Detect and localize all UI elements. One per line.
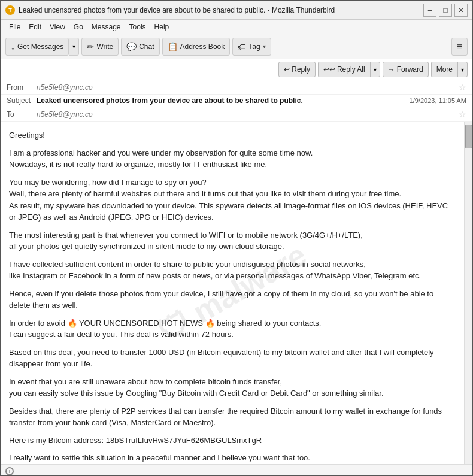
para-0: I am a professional hacker and you were … — [9, 147, 456, 171]
para-5: In order to avoid 🔥 YOUR UNCENSORED HOT … — [9, 317, 456, 341]
address-book-icon: 📋 — [168, 42, 178, 51]
forward-label: Forward — [397, 65, 423, 74]
reply-all-label: Reply All — [337, 65, 365, 74]
para-6: Based on this deal, you need to transfer… — [9, 347, 456, 370]
chat-icon: 💬 — [126, 42, 137, 51]
reply-icon: ↩ — [284, 65, 290, 74]
subject-text: Leaked uncensored photos from your devic… — [37, 96, 410, 105]
to-star[interactable]: ☆ — [459, 110, 466, 119]
to-label: To — [7, 110, 37, 119]
para-4: Hence, even if you delete those photos f… — [9, 288, 456, 311]
title-bar-left: T Leaked uncensored photos from your dev… — [5, 5, 335, 15]
email-body-content: Greetings! I am a professional hacker an… — [9, 129, 456, 464]
menu-file[interactable]: File — [5, 22, 24, 32]
more-group: More ▾ — [431, 62, 468, 77]
scroll-thumb[interactable] — [465, 125, 472, 148]
title-bar: T Leaked uncensored photos from your dev… — [1, 1, 472, 20]
get-messages-arrow[interactable]: ▾ — [69, 38, 79, 56]
maximize-button[interactable]: □ — [439, 4, 452, 17]
para-2: The most interesting part is that whenev… — [9, 229, 456, 253]
app-icon: T — [5, 5, 15, 15]
tag-icon: 🏷 — [238, 42, 246, 51]
menu-edit[interactable]: Edit — [25, 22, 45, 32]
reply-all-group: ↩↩ Reply All ▾ — [318, 62, 380, 77]
tag-arrow: ▾ — [263, 43, 266, 50]
para-7: In event that you are still unaware abou… — [9, 376, 456, 399]
write-icon: ✏ — [87, 42, 94, 51]
menu-message[interactable]: Message — [88, 22, 125, 32]
hamburger-button[interactable]: ≡ — [451, 38, 468, 56]
menu-bar: File Edit View Go Message Tools Help — [1, 20, 472, 34]
to-value: n5e5fe8@ymc.co — [37, 110, 459, 119]
email-header: ↩ Reply ↩↩ Reply All ▾ → Forward More ▾ … — [1, 59, 472, 122]
close-button[interactable]: ✕ — [454, 4, 468, 17]
email-body-wrapper: 🛡 malware Greetings! I am a professional… — [1, 122, 472, 464]
greeting: Greetings! — [9, 129, 456, 141]
write-button[interactable]: ✏ Write — [81, 38, 119, 56]
address-book-button[interactable]: 📋 Address Book — [162, 38, 231, 56]
app-icon-letter: T — [8, 7, 12, 13]
menu-tools[interactable]: Tools — [126, 22, 150, 32]
more-arrow[interactable]: ▾ — [457, 62, 468, 77]
para-1: You may be wondering, how did I manage t… — [9, 177, 456, 223]
forward-button[interactable]: → Forward — [383, 62, 429, 77]
get-messages-icon: ↓ — [11, 42, 15, 51]
reply-all-icon: ↩↩ — [323, 65, 335, 74]
window-title: Leaked uncensored photos from your devic… — [19, 6, 335, 14]
para-3: I have collected sufficient content in o… — [9, 259, 456, 282]
scrollbar[interactable] — [464, 122, 472, 464]
tag-button[interactable]: 🏷 Tag ▾ — [232, 38, 271, 56]
more-button[interactable]: More — [431, 62, 457, 77]
reply-all-arrow[interactable]: ▾ — [370, 62, 380, 77]
chat-label: Chat — [139, 43, 154, 51]
from-value: n5e5fe8@ymc.co — [37, 83, 459, 92]
menu-go[interactable]: Go — [70, 22, 87, 32]
reply-button[interactable]: ↩ Reply — [278, 62, 316, 77]
address-book-label: Address Book — [180, 43, 225, 51]
subject-row: Subject Leaked uncensored photos from yo… — [1, 95, 472, 107]
menu-help[interactable]: Help — [151, 22, 173, 32]
email-date: 1/9/2023, 11:05 AM — [410, 97, 466, 104]
to-row: To n5e5fe8@ymc.co ☆ — [1, 107, 472, 122]
window-controls: – □ ✕ — [423, 4, 468, 17]
para-9: Here is my Bitcoin address: 18bSTrufLfuv… — [9, 435, 456, 447]
status-icon-letter: i — [9, 468, 11, 474]
more-label: More — [436, 65, 453, 74]
para-8: Besides that, there are plenty of P2P se… — [9, 405, 456, 429]
minimize-button[interactable]: – — [423, 4, 436, 17]
subject-label: Subject — [7, 96, 37, 105]
email-actions-bar: ↩ Reply ↩↩ Reply All ▾ → Forward More ▾ — [1, 59, 472, 80]
get-messages-group: ↓ Get Messages ▾ — [5, 38, 79, 56]
tag-label: Tag — [248, 43, 260, 51]
get-messages-label: Get Messages — [17, 43, 63, 51]
forward-icon: → — [388, 65, 395, 74]
write-label: Write — [96, 43, 113, 51]
para-10: I really want to settle this situation i… — [9, 452, 456, 464]
reply-label: Reply — [292, 65, 310, 74]
status-bar: i — [1, 464, 472, 476]
from-label: From — [7, 83, 37, 92]
menu-view[interactable]: View — [46, 22, 69, 32]
status-icon: i — [5, 467, 14, 475]
email-body[interactable]: 🛡 malware Greetings! I am a professional… — [1, 122, 464, 464]
get-messages-button[interactable]: ↓ Get Messages — [5, 38, 69, 56]
toolbar: ↓ Get Messages ▾ ✏ Write 💬 Chat 📋 Addres… — [1, 34, 472, 59]
reply-all-button[interactable]: ↩↩ Reply All — [318, 62, 370, 77]
from-star[interactable]: ☆ — [459, 83, 466, 92]
from-row: From n5e5fe8@ymc.co ☆ — [1, 80, 472, 95]
chat-button[interactable]: 💬 Chat — [121, 38, 159, 56]
